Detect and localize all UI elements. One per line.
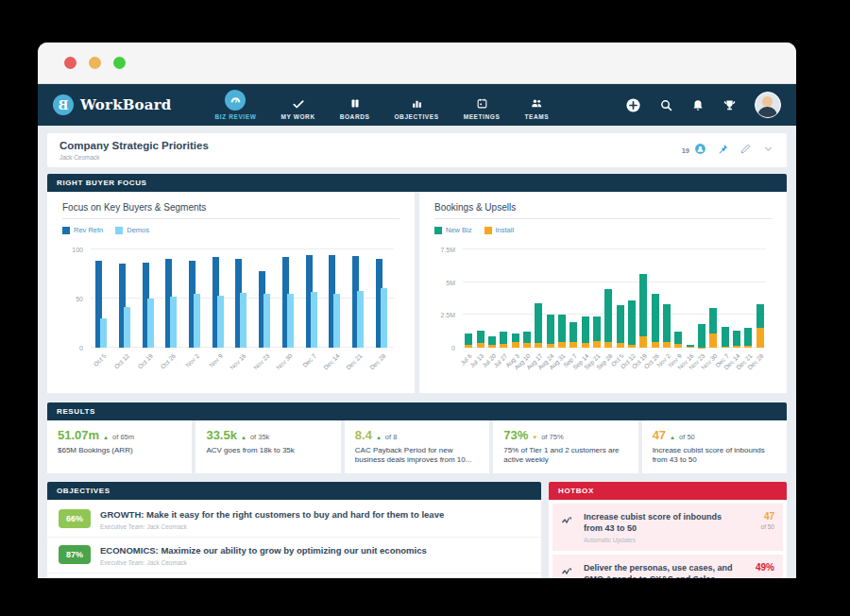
nav-objectives[interactable]: OBJECTIVES xyxy=(394,96,438,120)
minimize-window-button[interactable] xyxy=(89,57,101,69)
result-description: 75% of Tier 1 and 2 customers are active… xyxy=(503,446,627,466)
chart-card-bookings-upsells: Bookings & Upsells New BizInstall 02.5M5… xyxy=(419,192,787,393)
section-results: RESULTS xyxy=(47,402,787,420)
legend-item: Rev Retn xyxy=(62,226,103,234)
chart-legend: Rev RetnDemos xyxy=(62,226,400,234)
calendar-icon xyxy=(476,96,488,111)
nav-biz-review[interactable]: BIZ REVIEW xyxy=(215,90,257,120)
objective-owner: Executive Team: Jack Ceomack xyxy=(100,559,427,566)
chart-title: Focus on Key Buyers & Segments xyxy=(62,202,400,219)
objective-owner: Executive Team: Jack Ceomack xyxy=(100,523,444,530)
result-value: 8.4 xyxy=(355,428,372,442)
trend-arrow-icon: ▲ xyxy=(670,435,675,440)
objective-progress-badge: 87% xyxy=(59,545,91,564)
result-value: 51.07m xyxy=(58,428,99,442)
close-window-button[interactable] xyxy=(64,57,76,69)
nav-label: MY WORK xyxy=(280,113,314,120)
check-icon xyxy=(292,96,305,111)
app-window: B WorkBoard BIZ REVIEW MY WORK BOARDS xyxy=(38,43,796,578)
result-card[interactable]: 47 ▲ of 50 Increase cubist score of inbo… xyxy=(642,420,787,473)
result-value: 33.5k xyxy=(206,428,237,442)
objectives-card: 66% GROWTH: Make it easy for the right c… xyxy=(47,500,541,578)
result-target: of 50 xyxy=(679,433,695,441)
objective-row[interactable]: 87% ECONOMICS: Maximize our ability to g… xyxy=(47,538,541,573)
teams-icon xyxy=(530,96,543,111)
nav-label: BOARDS xyxy=(340,113,370,120)
board-title-card: Company Strategic Priorities Jack Ceomac… xyxy=(47,133,787,167)
legend-item: Install xyxy=(484,226,515,234)
bar-chart-icon xyxy=(411,96,423,111)
hotbox-item-title: Deliver the personas, use cases, and CMO… xyxy=(584,562,740,578)
section-hotbox: HOTBOX xyxy=(549,482,787,500)
hotbox-item[interactable]: Deliver the personas, use cases, and CMO… xyxy=(552,555,783,578)
section-right-buyer-focus: RIGHT BUYER FOCUS xyxy=(47,174,787,192)
objective-row[interactable]: 66% GROWTH: Make it easy for the right c… xyxy=(47,502,541,538)
trend-arrow-icon: ▲ xyxy=(103,435,109,440)
results-row: 51.07m ▲ of 65m $65M Bookings (ARR) 33.5… xyxy=(47,420,787,473)
zoom-window-button[interactable] xyxy=(113,57,126,69)
member-count: 19 xyxy=(682,146,689,155)
bar-chart-key-buyers: 050100Oct 5Oct 12Oct 19Oct 26Nov 2Nov 9N… xyxy=(91,249,394,348)
bar-chart-bookings-upsells: 02.5M5M7.5MJul 6Jul 13Jul 20Jul 27Aug 3A… xyxy=(463,249,766,348)
hotbox-item[interactable]: Increase cubist score of inbounds from 4… xyxy=(552,504,783,551)
result-target: of 35k xyxy=(250,433,269,441)
trend-arrow-icon: ▲ xyxy=(376,435,382,440)
gauge-icon xyxy=(225,90,246,111)
primary-nav: BIZ REVIEW MY WORK BOARDS OBJECTIVES xyxy=(215,90,550,120)
legend-item: Demos xyxy=(115,226,149,234)
hotbox-item-value: 47 xyxy=(748,511,774,522)
workboard-brand[interactable]: B WorkBoard xyxy=(53,94,172,115)
legend-item: New Biz xyxy=(434,226,472,234)
nav-meetings[interactable]: MEETINGS xyxy=(464,96,501,120)
nav-boards[interactable]: BOARDS xyxy=(340,96,370,120)
chart-legend: New BizInstall xyxy=(434,226,772,234)
objective-row[interactable]: 88% INNOVATE: Dramatically improve custo… xyxy=(47,573,541,578)
board-owner: Jack Ceomack xyxy=(60,154,209,161)
add-button[interactable] xyxy=(625,97,641,113)
edit-pencil-icon[interactable] xyxy=(740,142,752,159)
search-icon[interactable] xyxy=(659,98,673,112)
brand-name: WorkBoard xyxy=(80,96,172,113)
result-value: 47 xyxy=(653,428,666,442)
nav-label: OBJECTIVES xyxy=(394,113,438,120)
result-card[interactable]: 8.4 ▲ of 8 CAC Payback Period for new bu… xyxy=(345,420,489,473)
result-card[interactable]: 51.07m ▲ of 65m $65M Bookings (ARR) xyxy=(47,420,192,473)
nav-label: BIZ REVIEW xyxy=(215,113,257,120)
hotbox-item-subtitle: Automatic Updates xyxy=(584,537,740,543)
hotbox-item-value: 49% xyxy=(748,562,774,573)
boards-icon xyxy=(349,96,361,111)
window-titlebar xyxy=(38,43,796,84)
result-card[interactable]: 33.5k ▲ of 35k ACV goes from 18k to 35k xyxy=(196,420,340,473)
result-card[interactable]: 73% ▼ of 75% 75% of Tier 1 and 2 custome… xyxy=(493,420,638,473)
trend-arrow-icon: ▲ xyxy=(241,435,246,440)
workstream-zigzag-icon xyxy=(561,511,576,543)
nav-teams[interactable]: TEAMS xyxy=(524,96,549,120)
objective-title: GROWTH: Make it easy for the right custo… xyxy=(100,509,444,521)
result-description: $65M Bookings (ARR) xyxy=(58,446,181,455)
hotbox-item-title: Increase cubist score of inbounds from 4… xyxy=(584,511,740,534)
result-description: Increase cubist score of inbounds from 4… xyxy=(653,446,776,466)
hotbox-item-target: of 50 xyxy=(748,523,774,530)
result-value: 73% xyxy=(503,428,528,442)
pin-icon[interactable] xyxy=(717,142,729,159)
hotbox-card: Increase cubist score of inbounds from 4… xyxy=(549,500,787,578)
user-avatar[interactable] xyxy=(755,92,781,118)
nav-my-work[interactable]: MY WORK xyxy=(280,96,314,120)
page-title: Company Strategic Priorities xyxy=(60,140,209,151)
trend-arrow-icon: ▼ xyxy=(532,435,537,440)
chevron-down-icon[interactable] xyxy=(762,142,774,159)
trophy-icon[interactable] xyxy=(722,98,737,112)
result-target: of 75% xyxy=(541,433,563,441)
workboard-logo-icon: B xyxy=(53,94,74,115)
result-target: of 8 xyxy=(385,433,398,441)
members-icon[interactable] xyxy=(694,142,706,159)
page-content: Company Strategic Priorities Jack Ceomac… xyxy=(38,126,796,578)
result-target: of 65m xyxy=(112,433,134,441)
result-description: ACV goes from 18k to 35k xyxy=(206,446,330,455)
result-description: CAC Payback Period for new business deal… xyxy=(355,446,479,466)
chart-card-key-buyers: Focus on Key Buyers & Segments Rev RetnD… xyxy=(47,192,415,393)
notifications-bell-icon[interactable] xyxy=(691,98,705,112)
header-actions xyxy=(625,92,781,118)
app-header: B WorkBoard BIZ REVIEW MY WORK BOARDS xyxy=(38,84,796,126)
nav-label: MEETINGS xyxy=(464,113,501,120)
